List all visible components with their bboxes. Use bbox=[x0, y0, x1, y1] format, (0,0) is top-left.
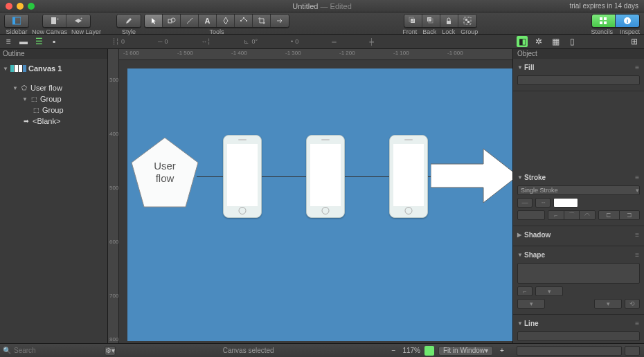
stamp-tool-button[interactable] bbox=[271, 15, 289, 27]
corner-radius-field[interactable]: ▾ bbox=[535, 286, 563, 296]
canvas-page[interactable]: Userflow bbox=[127, 68, 512, 341]
fill-swatch[interactable] bbox=[517, 75, 640, 85]
section-menu-icon[interactable]: ≡ bbox=[635, 251, 640, 259]
corner-style-segment[interactable]: ⌐⌒◠ bbox=[548, 210, 596, 220]
zoom-in-button[interactable]: + bbox=[497, 346, 507, 356]
outline-view-button[interactable]: ☰ bbox=[33, 36, 44, 47]
new-canvas-button[interactable]: + bbox=[43, 15, 66, 27]
line-type-control[interactable] bbox=[517, 331, 640, 341]
disclosure-icon[interactable]: ▼ bbox=[517, 174, 524, 181]
selection-tool-button[interactable] bbox=[145, 15, 163, 27]
window-close-button[interactable] bbox=[6, 3, 12, 10]
text-tool-button[interactable]: A bbox=[199, 15, 217, 27]
section-menu-icon[interactable]: ≡ bbox=[635, 64, 640, 71]
svg-rect-15 bbox=[447, 21, 451, 24]
pen-tool-button[interactable] bbox=[217, 15, 235, 27]
svg-text:+: + bbox=[57, 17, 59, 21]
fit-window-select[interactable]: Fit in Window ▾ bbox=[438, 346, 493, 356]
ruler-tick: -1 000 bbox=[447, 50, 463, 56]
section-menu-icon[interactable]: ≡ bbox=[635, 320, 640, 327]
stroke-weight-stepper[interactable]: — bbox=[517, 198, 533, 208]
stroke-color-swatch[interactable] bbox=[553, 198, 578, 208]
canvas[interactable]: Userflow bbox=[119, 60, 512, 343]
crop-tool-button[interactable] bbox=[253, 15, 271, 27]
group-button[interactable] bbox=[458, 15, 476, 27]
vertical-ruler[interactable]: 300 400 500 600 700 800 bbox=[108, 49, 119, 343]
tree-userflow-row[interactable]: ▼ ⬠ User flow bbox=[0, 82, 107, 93]
window-minimize-button[interactable] bbox=[17, 3, 24, 10]
disclosure-icon[interactable]: ▼ bbox=[517, 320, 524, 327]
points-field[interactable]: ▾ bbox=[517, 299, 545, 309]
tree-blank-row[interactable]: ➡ <Blank> bbox=[0, 116, 107, 127]
zoom-out-button[interactable]: − bbox=[388, 346, 398, 356]
inspector-footer-control[interactable] bbox=[517, 346, 622, 356]
bring-front-button[interactable] bbox=[404, 15, 422, 27]
crop-icon bbox=[258, 17, 266, 25]
node-icon bbox=[240, 17, 248, 25]
disclosure-icon[interactable]: ▼ bbox=[517, 64, 524, 71]
inspector: Object ▼Fill≡ ▼Stroke≡ Single Stroke▾ — … bbox=[512, 49, 644, 343]
ruler-tick: -1 600 bbox=[123, 50, 139, 56]
disclosure-icon[interactable]: ▼ bbox=[12, 85, 18, 91]
disclosure-icon[interactable]: ▼ bbox=[22, 96, 28, 102]
shape-tool-button[interactable] bbox=[163, 15, 181, 27]
svg-rect-1 bbox=[12, 17, 15, 24]
point-edit-tool-button[interactable] bbox=[235, 15, 253, 27]
ruler-y-indicator: ─ 0 bbox=[158, 38, 168, 45]
corner-radius-control[interactable]: ⌐ bbox=[517, 286, 533, 296]
section-menu-icon[interactable]: ≡ bbox=[635, 231, 640, 239]
inspector-footer-button[interactable] bbox=[625, 346, 640, 356]
window-zoom-button[interactable] bbox=[28, 3, 35, 10]
svg-rect-18 bbox=[467, 21, 469, 23]
pentagon-shape[interactable]: Userflow bbox=[129, 135, 201, 212]
line-tool-button[interactable] bbox=[181, 15, 199, 27]
stroke-width-field[interactable] bbox=[517, 210, 545, 220]
ruler-tick: -1 500 bbox=[177, 50, 193, 56]
new-layer-button[interactable]: + bbox=[66, 15, 90, 27]
sidebar-toggle-button[interactable] bbox=[5, 15, 28, 27]
layer-plus-icon: + bbox=[74, 17, 82, 25]
stroke-type-select[interactable]: Single Stroke▾ bbox=[517, 185, 640, 195]
object-inspector-button[interactable]: ◧ bbox=[517, 36, 528, 47]
horizontal-ruler[interactable]: -1 600 -1 500 -1 400 -1 300 -1 200 -1 10… bbox=[119, 49, 512, 60]
arrow-shape-icon: ➡ bbox=[22, 117, 30, 125]
canvas-inspector-button[interactable]: ▦ bbox=[550, 36, 561, 47]
section-menu-icon[interactable]: ≡ bbox=[635, 174, 640, 181]
stencils-button[interactable] bbox=[592, 15, 616, 27]
document-inspector-button[interactable]: ▯ bbox=[566, 36, 578, 47]
tree-canvas-row[interactable]: ▼ Canvas 1 bbox=[0, 63, 107, 74]
alignment-indicator: ═ bbox=[332, 38, 336, 45]
phone-shape[interactable] bbox=[223, 135, 262, 218]
tree-group-row[interactable]: ⬚ Group bbox=[0, 104, 107, 116]
layers-view-button[interactable]: ≡ bbox=[3, 36, 14, 47]
ruler-tick: -1 200 bbox=[339, 50, 355, 56]
inspect-button[interactable]: i bbox=[616, 15, 639, 27]
distribute-indicator: ╪ bbox=[370, 38, 374, 45]
arrow-shape[interactable] bbox=[431, 147, 512, 205]
send-back-button[interactable] bbox=[422, 15, 440, 27]
lock-button[interactable] bbox=[440, 15, 458, 27]
phone-shape[interactable] bbox=[306, 135, 345, 218]
tree-group-row[interactable]: ▼ ⬚ Group bbox=[0, 93, 107, 104]
stroke-dash-select[interactable]: ╌ bbox=[535, 198, 551, 208]
disclosure-icon[interactable]: ▼ bbox=[517, 252, 524, 258]
cap-style-segment[interactable]: ⊏⊐ bbox=[598, 210, 640, 220]
disclosure-icon[interactable]: ▼ bbox=[3, 66, 8, 72]
section-title: Shape bbox=[524, 251, 545, 259]
star-field[interactable]: ▾ bbox=[594, 299, 622, 309]
shape-preview[interactable] bbox=[517, 263, 640, 284]
grid-toggle-button[interactable]: ⊞ bbox=[629, 36, 640, 47]
toolbar: Sidebar + + New CanvasNew Layer Style A … bbox=[0, 12, 644, 35]
properties-inspector-button[interactable]: ✲ bbox=[533, 36, 544, 47]
phone-shape[interactable] bbox=[389, 135, 428, 218]
canvas-view-button[interactable]: ▬ bbox=[18, 36, 29, 47]
shape-lock-button[interactable]: ⟲ bbox=[625, 299, 640, 309]
selection-view-button[interactable]: ▪ bbox=[48, 36, 60, 47]
ruler-count-indicator: • 0 bbox=[291, 38, 298, 45]
zoom-mode-indicator[interactable] bbox=[424, 346, 434, 356]
info-icon: i bbox=[623, 17, 632, 25]
style-button[interactable] bbox=[117, 15, 141, 27]
search-input[interactable] bbox=[14, 347, 102, 354]
ruler-tick: 800 bbox=[109, 336, 118, 342]
disclosure-icon[interactable]: ▶ bbox=[517, 232, 524, 238]
